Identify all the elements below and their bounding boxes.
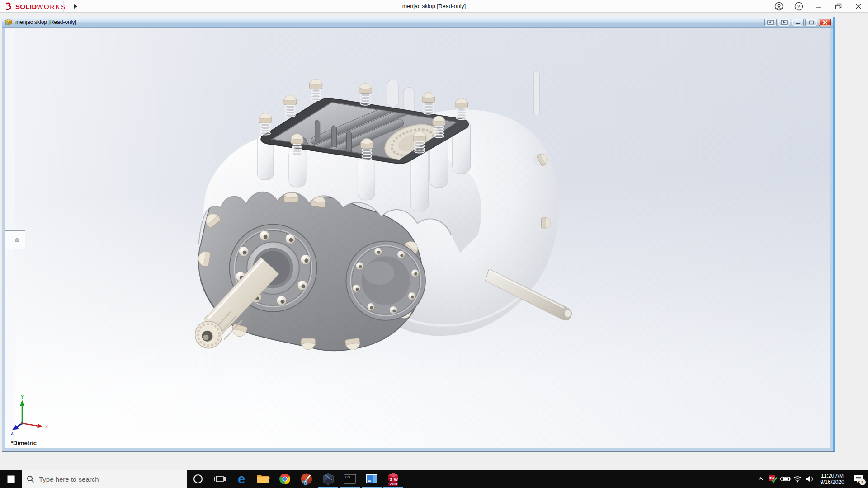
assembly-document-icon: [5, 19, 13, 26]
tray-network[interactable]: [791, 470, 803, 488]
pane-left-icon: [767, 20, 774, 25]
cortana-icon: [193, 474, 203, 484]
boss-column[interactable]: [387, 80, 398, 107]
doc-close-button[interactable]: [819, 19, 831, 26]
search-input[interactable]: [39, 475, 170, 483]
media-player-icon: [365, 474, 378, 484]
screen-capture-icon: [300, 473, 313, 485]
svg-text:X: X: [45, 424, 48, 429]
app-titlebar: SOLIDWORKS menjac sklop [Read-only] ?: [0, 0, 868, 13]
tray-solidworks-monitor[interactable]: SW: [767, 470, 779, 488]
svg-text:Z: Z: [11, 431, 14, 436]
command-prompt-icon: C:\_: [344, 474, 356, 484]
svg-text:?: ?: [797, 4, 801, 9]
close-button[interactable]: [852, 1, 865, 12]
hexagon-app-icon: [322, 473, 335, 485]
splitter-handle-icon: [15, 238, 19, 242]
wifi-icon: [793, 475, 802, 483]
chrome-icon: [278, 473, 291, 485]
show-hidden-icons-button[interactable]: [755, 470, 767, 488]
taskbar-app-edge[interactable]: e: [231, 470, 252, 488]
svg-text:Y: Y: [21, 394, 24, 399]
svg-text:SW: SW: [769, 477, 774, 480]
user-icon: [774, 2, 783, 11]
pane-right-icon: [781, 20, 788, 25]
edge-icon: e: [235, 472, 248, 486]
taskbar-app-chrome[interactable]: [274, 470, 296, 488]
taskbar-app-command-prompt[interactable]: C:\_: [339, 470, 361, 488]
app-title: menjac sklop [Read-only]: [0, 0, 868, 13]
clock-time: 11:20 AM: [817, 473, 847, 479]
taskbar-app-file-explorer[interactable]: [252, 470, 274, 488]
windows-logo-icon: [7, 475, 15, 483]
taskbar-app-cortana[interactable]: [187, 470, 209, 488]
svg-text:W: W: [394, 477, 398, 482]
file-explorer-icon: [256, 473, 270, 485]
tray-clock[interactable]: 11:20 AM 9/16/2020: [817, 473, 847, 485]
taskbar: e: [0, 470, 868, 488]
stud-rod[interactable]: [533, 71, 539, 116]
svg-text:S: S: [389, 477, 392, 482]
minimize-icon: [816, 3, 822, 9]
graphics-area[interactable]: Y X Z *Dimetric: [5, 28, 830, 448]
speaker-icon: [805, 475, 814, 483]
notification-badge: 1: [859, 479, 866, 485]
clock-date: 9/16/2020: [817, 479, 847, 485]
search-icon: [27, 475, 34, 483]
document-title: menjac sklop [Read-only]: [15, 19, 76, 25]
action-center-button[interactable]: 1: [849, 470, 868, 488]
document-window: menjac sklop [Read-only]: [2, 17, 835, 452]
restore-button[interactable]: [832, 1, 845, 12]
inspection-cover[interactable]: [346, 241, 425, 320]
solidworks-2020-icon: S W 2020: [387, 472, 400, 486]
doc-pane-right-button[interactable]: [778, 19, 790, 26]
window-edge-accent: [833, 17, 835, 451]
doc-minimize-button[interactable]: [792, 19, 804, 26]
view-orientation-label: *Dimetric: [11, 440, 37, 446]
doc-restore-icon: [809, 20, 814, 25]
featuremanager-expand-tab[interactable]: [5, 230, 25, 249]
svg-text:e: e: [238, 472, 245, 486]
minimize-button[interactable]: [812, 1, 826, 12]
doc-restore-button[interactable]: [805, 19, 817, 26]
taskbar-app-solidworks-2020[interactable]: S W 2020: [382, 470, 404, 488]
doc-pane-left-button[interactable]: [764, 19, 777, 26]
gearbox-model[interactable]: [5, 28, 830, 448]
doc-minimize-icon: [795, 20, 801, 25]
orientation-triad[interactable]: Y X Z: [9, 394, 58, 437]
task-view-icon: [213, 474, 226, 484]
taskbar-app-screen-capture[interactable]: [296, 470, 317, 488]
restore-icon: [835, 3, 842, 10]
account-button[interactable]: [772, 1, 786, 12]
taskbar-search[interactable]: [22, 470, 187, 488]
tray-power[interactable]: [779, 470, 791, 488]
triad-x-arrow[interactable]: [37, 424, 43, 428]
svg-text:2020: 2020: [390, 482, 397, 486]
tray-volume[interactable]: [803, 470, 816, 488]
doc-close-icon: [822, 20, 828, 25]
help-button[interactable]: ?: [792, 1, 806, 12]
taskbar-app-cad-viewer[interactable]: [317, 470, 339, 488]
start-button[interactable]: [0, 470, 22, 488]
taskbar-app-media-player[interactable]: [361, 470, 382, 488]
taskbar-app-task-view[interactable]: [209, 470, 231, 488]
solidworks-check-icon: SW: [769, 474, 778, 483]
svg-text:C:\_: C:\_: [345, 475, 352, 479]
help-icon: ?: [794, 2, 803, 11]
chevron-up-icon: [758, 477, 764, 481]
battery-icon: [780, 476, 791, 482]
document-titlebar[interactable]: menjac sklop [Read-only]: [2, 17, 835, 28]
triad-y-arrow[interactable]: [20, 400, 24, 406]
close-icon: [855, 3, 862, 9]
